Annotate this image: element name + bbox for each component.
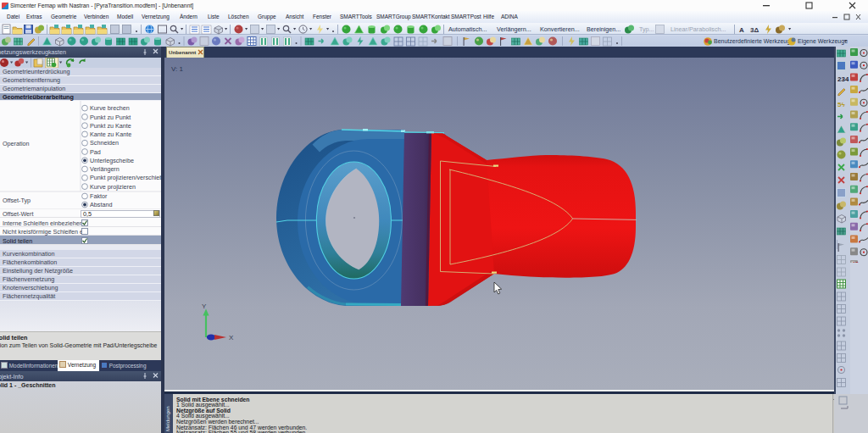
svg-text:3Δ: 3Δ <box>750 26 759 34</box>
svg-text:Unterlegscheibe: Unterlegscheibe <box>90 157 134 164</box>
svg-text:Offset-Typ: Offset-Typ <box>3 197 31 204</box>
svg-text:Y: Y <box>202 303 207 310</box>
svg-text:Bereinigen...: Bereinigen... <box>587 25 620 33</box>
svg-text:Typ...: Typ... <box>639 25 654 33</box>
svg-text:Konvertieren...: Konvertieren... <box>540 25 580 33</box>
svg-text:Abstand: Abstand <box>90 201 112 208</box>
svg-text:Benutzerdefinierte Werkzeuge: Benutzerdefinierte Werkzeuge <box>714 38 793 45</box>
svg-text:Punkt zu Kante: Punkt zu Kante <box>90 122 131 130</box>
svg-text:Verlängern...: Verlängern... <box>497 25 531 33</box>
svg-text:Verlängern: Verlängern <box>90 165 120 173</box>
svg-text:Punkt projizieren/verschieben: Punkt projizieren/verschieben <box>90 174 161 181</box>
svg-text:Eigene Werkzeuge: Eigene Werkzeuge <box>798 38 848 45</box>
svg-text:Kante zu Kante: Kante zu Kante <box>90 130 131 138</box>
svg-text:Faktor: Faktor <box>90 192 108 200</box>
svg-text:Linear/Parabolisch...: Linear/Parabolisch... <box>670 25 726 33</box>
svg-text:Automatisch...: Automatisch... <box>448 25 487 33</box>
svg-text:Kurve projizieren: Kurve projizieren <box>90 183 136 191</box>
svg-text:V: 1: V: 1 <box>171 65 183 73</box>
svg-text:Pad: Pad <box>90 148 101 156</box>
svg-text:234: 234 <box>837 75 849 83</box>
svg-text:Punkt zu Punkt: Punkt zu Punkt <box>90 114 131 121</box>
svg-text:Kurve brechen: Kurve brechen <box>90 104 130 112</box>
svg-text:X: X <box>229 334 234 341</box>
svg-text:A: A <box>739 26 744 34</box>
svg-text:5ϟ: 5ϟ <box>837 101 845 108</box>
svg-text:Schneiden: Schneiden <box>90 139 119 147</box>
